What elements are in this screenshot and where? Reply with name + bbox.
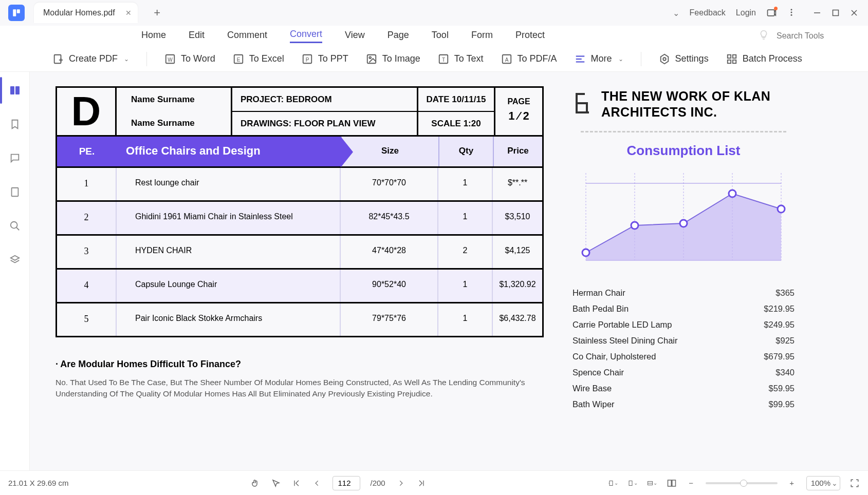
reading-mode-icon[interactable]: ⌄ [647, 478, 657, 488]
close-tab-icon[interactable]: ✕ [125, 9, 132, 17]
zoom-select[interactable]: 100% [806, 476, 840, 490]
first-page-icon[interactable] [291, 478, 302, 488]
search-input[interactable] [777, 31, 854, 41]
document-tab[interactable]: Modular Homes.pdf ✕ [34, 3, 138, 23]
page-number-input[interactable] [333, 476, 360, 490]
svg-point-51 [582, 249, 589, 256]
list-item: Herman Chair$365 [572, 285, 795, 301]
more-button[interactable]: More⌄ [575, 53, 623, 65]
image-icon [366, 53, 377, 65]
settings-button[interactable]: Settings [659, 53, 709, 65]
svg-rect-41 [576, 102, 588, 104]
menu-form[interactable]: Form [471, 30, 493, 43]
category-title: Office Chairs and Design [117, 137, 341, 166]
svg-point-52 [631, 222, 638, 229]
select-tool-icon[interactable] [271, 478, 281, 488]
menu-protect[interactable]: Protect [515, 30, 545, 43]
toolbar: Create PDF ⌄ WTo Word ETo Excel PTo PPT … [0, 46, 868, 72]
settings-icon [659, 53, 670, 65]
thumbnails-icon[interactable] [8, 83, 22, 98]
single-page-icon[interactable]: ⌄ [627, 478, 638, 488]
menu-edit[interactable]: Edit [189, 30, 205, 43]
svg-point-53 [680, 220, 687, 227]
article-title: · Are Modular Homes Difficult To Finance… [56, 359, 544, 370]
login-link[interactable]: Login [736, 8, 756, 17]
feedback-link[interactable]: Feedback [690, 8, 726, 17]
svg-text:P: P [305, 56, 309, 62]
menu-home[interactable]: Home [141, 30, 166, 43]
svg-rect-10 [54, 54, 61, 63]
divider [581, 131, 786, 132]
layers-icon[interactable] [8, 253, 22, 267]
to-word-button[interactable]: WTo Word [164, 53, 215, 65]
doc-header-table: D Name Surname Name Surname PROJECT: BED… [56, 86, 544, 137]
drawings-label: DRAWINGS: FLOOR PLAN VIEW [232, 112, 417, 135]
prev-page-icon[interactable] [312, 478, 322, 488]
list-item: Bath Pedal Bin$219.95 [572, 301, 795, 317]
maximize-icon[interactable] [831, 8, 840, 17]
zoom-in-icon[interactable]: + [787, 478, 797, 488]
table-row: 5 Pair Iconic Black Stokke Armchairs 79*… [57, 302, 542, 336]
to-pdfa-button[interactable]: ATo PDF/A [501, 53, 557, 65]
page-fraction: 1 ⁄ 2 [503, 106, 534, 126]
svg-point-55 [778, 205, 785, 213]
scale-label: SCALE 1:20 [418, 112, 494, 135]
svg-point-5 [791, 14, 792, 16]
list-item: Stainless Steel Dining Chair$925 [572, 333, 795, 349]
menu-comment[interactable]: Comment [227, 30, 267, 43]
statusbar: 21.01 X 29.69 cm /200 ⌄ ⌄ ⌄ − + 100% [0, 470, 868, 495]
to-excel-button[interactable]: ETo Excel [233, 53, 284, 65]
table-row: 1 Rest lounge chair 70*70*70 1 $**.** [57, 166, 542, 200]
page-label: PAGE [507, 97, 530, 106]
comment-icon[interactable] [8, 151, 22, 165]
to-text-button[interactable]: TTo Text [438, 53, 484, 65]
create-pdf-button[interactable]: Create PDF ⌄ [52, 53, 129, 65]
to-ppt-button[interactable]: PTo PPT [302, 53, 348, 65]
svg-text:A: A [505, 56, 508, 62]
more-menu-icon[interactable] [787, 8, 797, 18]
menu-view[interactable]: View [345, 30, 365, 43]
sidebar [0, 72, 30, 470]
svg-rect-40 [576, 93, 585, 95]
titlebar: Modular Homes.pdf ✕ + ⌄ Feedback Login [0, 0, 868, 26]
to-image-button[interactable]: To Image [366, 53, 420, 65]
svg-point-20 [369, 56, 371, 59]
svg-rect-36 [11, 188, 18, 197]
text-icon: T [438, 53, 449, 65]
fullscreen-icon[interactable] [849, 478, 860, 488]
attachment-icon[interactable] [8, 185, 22, 199]
batch-process-button[interactable]: Batch Process [726, 53, 802, 65]
menu-tool[interactable]: Tool [432, 30, 449, 43]
date-label: DATE 10/11/15 [418, 88, 494, 112]
app-icon[interactable] [8, 5, 25, 21]
minimize-icon[interactable] [812, 8, 822, 17]
svg-text:T: T [442, 56, 445, 62]
notification-icon[interactable] [766, 8, 777, 18]
menu-page[interactable]: Page [387, 30, 409, 43]
last-page-icon[interactable] [416, 478, 427, 488]
new-tab-button[interactable]: + [150, 6, 164, 20]
items-table: PE. Office Chairs and Design Size Qty Pr… [56, 137, 544, 337]
svg-rect-34 [10, 86, 14, 94]
search-icon[interactable] [8, 219, 22, 233]
zoom-slider[interactable] [706, 482, 778, 484]
menu-convert[interactable]: Convert [290, 29, 322, 43]
fit-width-icon[interactable]: ⌄ [608, 478, 618, 488]
close-window-icon[interactable] [849, 8, 859, 17]
zoom-out-icon[interactable]: − [686, 478, 696, 488]
ppt-icon: P [302, 53, 313, 65]
hand-tool-icon[interactable] [250, 478, 261, 488]
two-page-icon[interactable] [667, 478, 677, 488]
next-page-icon[interactable] [396, 478, 406, 488]
svg-marker-28 [660, 54, 668, 63]
svg-text:E: E [236, 56, 240, 62]
bookmark-icon[interactable] [8, 117, 22, 131]
document-canvas[interactable]: D Name Surname Name Surname PROJECT: BED… [30, 72, 868, 470]
dropdown-icon[interactable]: ⌄ [673, 8, 679, 18]
svg-rect-30 [727, 54, 730, 58]
more-icon [575, 53, 586, 65]
svg-rect-63 [668, 480, 671, 486]
svg-point-4 [791, 12, 792, 13]
project-label: PROJECT: BEDROOM [232, 88, 417, 112]
col-price: Price [493, 137, 542, 166]
